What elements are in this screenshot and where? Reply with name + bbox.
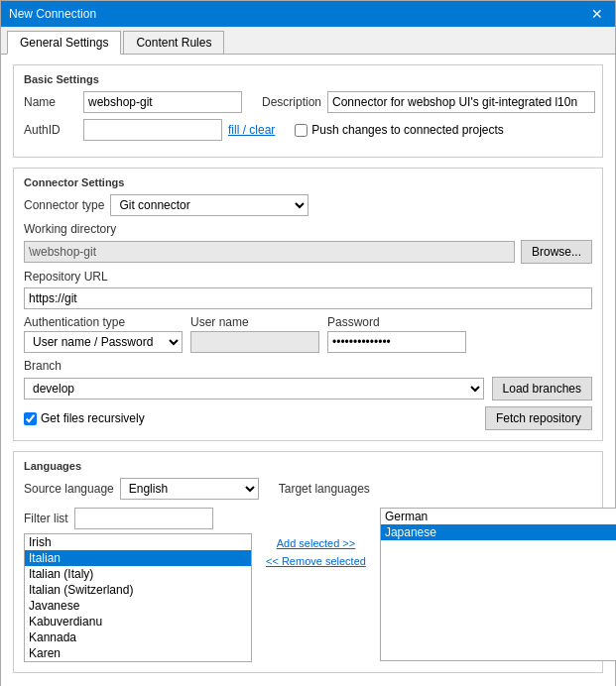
filter-label: Filter list bbox=[24, 512, 68, 525]
tab-content-rules[interactable]: Content Rules bbox=[123, 31, 224, 54]
authid-row: AuthID fill / clear Push changes to conn… bbox=[24, 119, 592, 141]
list-item[interactable]: German bbox=[381, 509, 616, 524]
fill-clear-link[interactable]: fill / clear bbox=[228, 123, 275, 137]
list-item[interactable]: Japanese bbox=[381, 524, 616, 540]
languages-title: Languages bbox=[24, 460, 592, 472]
source-language-label: Source language bbox=[24, 482, 114, 496]
languages-section: Languages Source language English Target… bbox=[13, 451, 603, 673]
username-label: User name bbox=[190, 315, 319, 329]
authid-label: AuthID bbox=[24, 123, 83, 137]
authid-input[interactable] bbox=[83, 119, 222, 141]
repo-url-label: Repository URL bbox=[24, 270, 592, 284]
load-branches-button[interactable]: Load branches bbox=[492, 377, 592, 400]
tab-bar: General Settings Content Rules bbox=[1, 27, 615, 55]
name-label: Name bbox=[24, 95, 83, 109]
get-files-label: Get files recursively bbox=[41, 411, 145, 425]
auth-type-select[interactable]: User name / Password bbox=[24, 331, 183, 353]
working-dir-row: Browse... bbox=[24, 240, 592, 264]
desc-input[interactable] bbox=[327, 91, 595, 113]
browse-button[interactable]: Browse... bbox=[521, 240, 592, 264]
username-input[interactable] bbox=[190, 331, 319, 353]
list-item[interactable]: Kabuverdianu bbox=[25, 614, 251, 629]
connector-type-row: Connector type Git connector bbox=[24, 194, 592, 216]
desc-label: Description bbox=[262, 95, 321, 109]
working-dir-label: Working directory bbox=[24, 222, 592, 236]
get-files-checkbox[interactable] bbox=[24, 412, 37, 425]
remove-selected-button[interactable]: << Remove selected bbox=[266, 555, 366, 567]
source-language-select[interactable]: English bbox=[120, 478, 259, 500]
source-lang-row: Source language English Target languages bbox=[24, 478, 592, 500]
connector-type-label: Connector type bbox=[24, 198, 104, 212]
password-col: Password bbox=[327, 315, 466, 353]
list-item[interactable]: Italian bbox=[25, 550, 251, 566]
list-item[interactable]: Kashmiri bbox=[25, 661, 251, 662]
filter-input[interactable] bbox=[74, 508, 213, 529]
basic-settings-title: Basic Settings bbox=[24, 73, 592, 85]
get-files-row: Get files recursively bbox=[24, 411, 145, 425]
desc-row: Description bbox=[262, 91, 595, 113]
name-input[interactable] bbox=[83, 91, 242, 113]
auth-type-col: Authentication type User name / Password bbox=[24, 315, 183, 353]
tab-general[interactable]: General Settings bbox=[7, 31, 121, 55]
branch-select[interactable]: develop bbox=[24, 378, 484, 400]
target-list-wrapper: German Japanese bbox=[380, 508, 616, 661]
fetch-repository-button[interactable]: Fetch repository bbox=[485, 406, 592, 430]
source-listbox[interactable]: Irish Italian Italian (Italy) Italian (S… bbox=[24, 533, 252, 662]
title-bar: New Connection ✕ bbox=[1, 1, 615, 27]
list-item[interactable]: Irish bbox=[25, 534, 251, 550]
repo-url-input[interactable] bbox=[24, 287, 592, 309]
password-input[interactable] bbox=[327, 331, 466, 353]
username-col: User name bbox=[190, 315, 319, 353]
list-item[interactable]: Javanese bbox=[25, 598, 251, 614]
target-languages-label: Target languages bbox=[279, 482, 370, 496]
list-item[interactable]: Italian (Italy) bbox=[25, 566, 251, 582]
branch-row: develop Load branches bbox=[24, 377, 592, 400]
dialog-window: New Connection ✕ General Settings Conten… bbox=[0, 0, 616, 686]
password-label: Password bbox=[327, 315, 466, 329]
connector-settings-title: Connector Settings bbox=[24, 176, 592, 188]
list-item[interactable]: Italian (Switzerland) bbox=[25, 582, 251, 598]
push-changes-row: Push changes to connected projects bbox=[295, 123, 503, 137]
auth-type-label: Authentication type bbox=[24, 315, 183, 329]
list-item[interactable]: Kannada bbox=[25, 629, 251, 645]
push-changes-label: Push changes to connected projects bbox=[311, 123, 503, 137]
window-title: New Connection bbox=[9, 7, 96, 21]
list-item[interactable]: Karen bbox=[25, 645, 251, 661]
working-dir-input[interactable] bbox=[24, 241, 515, 263]
connector-type-select[interactable]: Git connector bbox=[110, 194, 308, 216]
target-listbox[interactable]: German Japanese bbox=[380, 508, 616, 661]
connector-settings-section: Connector Settings Connector type Git co… bbox=[13, 168, 603, 441]
source-list-wrapper: Filter list Irish Italian Italian (Italy… bbox=[24, 508, 252, 662]
close-button[interactable]: ✕ bbox=[587, 7, 607, 21]
push-changes-checkbox[interactable] bbox=[295, 124, 308, 137]
auth-row: Authentication type User name / Password… bbox=[24, 315, 592, 353]
filter-row: Filter list bbox=[24, 508, 252, 529]
repo-url-row bbox=[24, 287, 592, 309]
add-selected-button[interactable]: Add selected >> bbox=[277, 537, 356, 549]
transfer-buttons: Add selected >> << Remove selected bbox=[260, 537, 372, 567]
basic-settings-section: Basic Settings Name Description AuthID f… bbox=[13, 64, 603, 158]
get-files-fetch-row: Get files recursively Fetch repository bbox=[24, 406, 592, 430]
name-row: Name Description bbox=[24, 91, 592, 113]
branch-label: Branch bbox=[24, 359, 592, 373]
main-content: Basic Settings Name Description AuthID f… bbox=[1, 55, 615, 686]
lang-lists: Filter list Irish Italian Italian (Italy… bbox=[24, 508, 592, 662]
